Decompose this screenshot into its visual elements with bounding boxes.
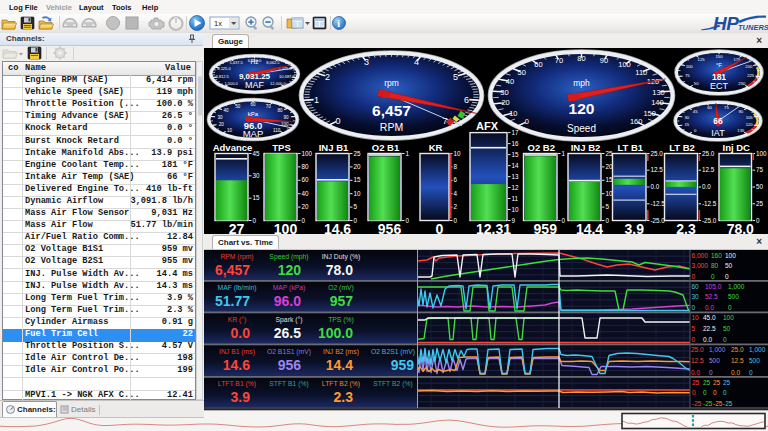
svg-text:O2 B1: O2 B1: [372, 142, 400, 153]
svg-text:60: 60: [534, 60, 542, 69]
svg-text:14.4: 14.4: [326, 357, 353, 373]
svg-text:14: 14: [512, 162, 520, 169]
svg-text:0.0: 0.0: [231, 325, 251, 341]
svg-text:O2 B1S1 (mV): O2 B1S1 (mV): [267, 348, 311, 356]
svg-text:14.6: 14.6: [324, 221, 351, 235]
svg-text:2,812.5: 2,812.5: [215, 74, 229, 79]
svg-text:3,000: 3,000: [692, 262, 709, 269]
svg-text:25.0: 25.0: [702, 150, 715, 157]
svg-text:16: 16: [512, 140, 520, 147]
svg-text:HP: HP: [713, 13, 739, 34]
svg-text:105.0: 105.0: [705, 283, 722, 290]
svg-text:0: 0: [406, 217, 410, 224]
svg-text:0.0: 0.0: [702, 183, 711, 190]
svg-text:25: 25: [723, 379, 731, 386]
svg-text:1,500.0: 1,500.0: [224, 81, 238, 86]
svg-text:MAF (lb/min): MAF (lb/min): [218, 284, 257, 292]
svg-text:40: 40: [223, 108, 229, 113]
svg-text:0: 0: [692, 336, 696, 343]
svg-text:-12.5: -12.5: [651, 200, 666, 207]
svg-text:1,000: 1,000: [709, 346, 726, 353]
svg-text:0: 0: [354, 217, 358, 224]
svg-text:1: 1: [406, 150, 410, 157]
svg-text:-25.0: -25.0: [702, 217, 717, 224]
svg-text:IAT: IAT: [711, 128, 725, 138]
svg-text:10: 10: [454, 150, 462, 157]
svg-text:30: 30: [692, 293, 700, 300]
svg-text:78.0: 78.0: [326, 262, 353, 278]
svg-text:0: 0: [692, 389, 696, 396]
svg-text:0.0: 0.0: [705, 304, 714, 311]
svg-text:Spark (°): Spark (°): [276, 316, 303, 324]
svg-text:120: 120: [569, 100, 595, 117]
svg-text:30: 30: [684, 115, 689, 120]
svg-text:0: 0: [562, 217, 566, 224]
svg-text:60: 60: [302, 176, 310, 183]
svg-text:0: 0: [692, 304, 696, 311]
svg-text:-25.0: -25.0: [651, 217, 666, 224]
svg-text:STFT B1 (%): STFT B1 (%): [269, 380, 309, 388]
svg-text:50: 50: [756, 183, 764, 190]
svg-text:45.0: 45.0: [703, 314, 716, 321]
svg-text:0: 0: [723, 389, 727, 396]
svg-text:12,000.0: 12,000.0: [270, 81, 286, 86]
svg-text:0.0: 0.0: [651, 183, 660, 190]
svg-text:15: 15: [354, 176, 362, 183]
svg-text:956: 956: [378, 221, 402, 235]
svg-text:90: 90: [283, 115, 289, 120]
svg-text:25.0: 25.0: [731, 346, 744, 353]
svg-text:17: 17: [512, 129, 520, 136]
svg-text:70: 70: [555, 56, 563, 65]
svg-text:130: 130: [652, 88, 665, 97]
svg-text:INJ B2: INJ B2: [571, 142, 601, 153]
svg-text:INJ B2 (ms): INJ B2 (ms): [323, 348, 359, 356]
svg-text:KR: KR: [429, 142, 443, 153]
svg-text:-12.5: -12.5: [702, 200, 717, 207]
svg-text:4: 4: [414, 57, 419, 67]
svg-text:O2 B2: O2 B2: [528, 142, 555, 153]
svg-text:kPa: kPa: [248, 111, 259, 117]
svg-text:80: 80: [302, 163, 310, 170]
svg-text:120: 120: [746, 122, 754, 127]
svg-text:Advance: Advance: [213, 142, 253, 153]
svg-text:MAP: MAP: [243, 128, 264, 139]
svg-text:120: 120: [278, 262, 302, 278]
svg-text:78.0: 78.0: [727, 221, 754, 235]
svg-text:10,687.5: 10,687.5: [279, 74, 295, 79]
svg-text:ECT: ECT: [710, 81, 729, 91]
svg-text:INJ B1: INJ B1: [319, 142, 349, 153]
svg-text:3: 3: [364, 57, 369, 67]
svg-text:6,000: 6,000: [692, 252, 709, 259]
svg-text:0: 0: [335, 116, 340, 126]
svg-text:0: 0: [606, 217, 610, 224]
svg-text:2: 2: [325, 72, 330, 82]
svg-text:°F: °F: [716, 62, 722, 68]
svg-text:-25: -25: [713, 400, 723, 407]
svg-text:8,062.5: 8,062.5: [266, 60, 280, 65]
svg-text:26.5: 26.5: [274, 325, 301, 341]
svg-text:12.5: 12.5: [731, 357, 744, 364]
svg-text:O2 (mV): O2 (mV): [328, 284, 354, 292]
svg-text:5: 5: [354, 203, 358, 210]
svg-text:MAP (kPa): MAP (kPa): [273, 284, 306, 292]
svg-text:6,457: 6,457: [372, 102, 411, 119]
svg-text:LTFT B1 (%): LTFT B1 (%): [218, 380, 256, 388]
svg-text:20: 20: [302, 203, 310, 210]
svg-text:2.3: 2.3: [334, 389, 354, 405]
svg-text:250: 250: [738, 81, 746, 86]
svg-text:mph: mph: [573, 78, 590, 88]
svg-text:100: 100: [618, 60, 631, 69]
svg-text:25: 25: [713, 379, 721, 386]
svg-text:225: 225: [747, 73, 755, 78]
svg-text:957: 957: [330, 293, 354, 309]
svg-text:100: 100: [756, 150, 767, 157]
svg-text:9: 9: [512, 217, 516, 224]
svg-text:0: 0: [525, 117, 529, 126]
svg-text:50: 50: [694, 81, 699, 86]
svg-text:10: 10: [227, 128, 233, 133]
svg-text:70: 70: [266, 104, 272, 109]
svg-text:6,457: 6,457: [215, 262, 250, 278]
svg-text:25: 25: [692, 379, 700, 386]
svg-text:125: 125: [698, 57, 706, 62]
svg-text:20: 20: [354, 163, 362, 170]
